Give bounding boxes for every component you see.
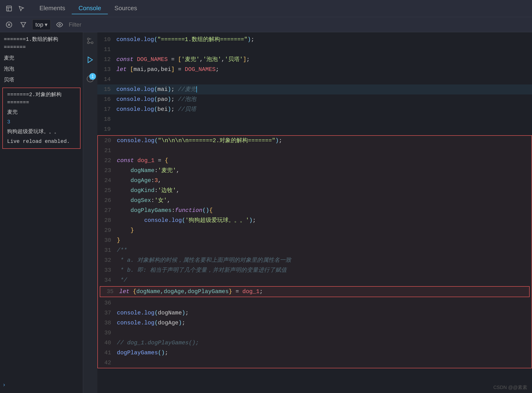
console-entry-dog-age: 3: [5, 117, 78, 127]
code-line-38: 38 console.log(dogAge);: [98, 318, 532, 328]
line-content: dogKind:'边牧',: [117, 186, 532, 196]
filter-input[interactable]: [69, 21, 528, 28]
code-line-37: 37 console.log(dogName);: [98, 308, 532, 318]
breakpoint-container: 1: [86, 75, 94, 84]
tab-elements[interactable]: Elements: [33, 3, 72, 14]
line-number: 28: [98, 216, 117, 226]
clear-console-button[interactable]: [4, 20, 14, 30]
code-line-27: 27 dogPlayGames:function(){: [98, 206, 532, 216]
code-line-20: 20 console.log("\n\n\n\n=======2.对象的解构==…: [98, 136, 532, 146]
line-number: 32: [98, 255, 117, 265]
line-content: }: [117, 236, 532, 246]
code-area: 10 console.log("=======1.数组的解构=======");…: [97, 32, 532, 372]
svg-point-10: [87, 42, 89, 44]
line-number: 42: [98, 358, 117, 368]
line-number: 36: [98, 298, 117, 308]
breakpoint-badge: 1: [89, 73, 96, 80]
line-number: 39: [98, 328, 117, 338]
line-content: }: [117, 226, 532, 236]
tab-console[interactable]: Console: [72, 3, 108, 14]
line-number: 19: [97, 124, 116, 134]
line-content: [116, 114, 532, 124]
code-line-29: 29 }: [98, 226, 532, 236]
code-line-22: 22 const dog_1 = {: [98, 156, 532, 166]
line-number: 37: [98, 308, 117, 318]
line-number: 16: [97, 94, 116, 104]
line-number: 25: [98, 186, 117, 196]
code-line-39: 39: [98, 328, 532, 338]
svg-marker-6: [21, 22, 26, 27]
line-content: console.log("=======1.数组的解构=======");: [116, 35, 532, 45]
console-entry: 麦兜: [0, 53, 83, 64]
line-number: 41: [98, 348, 117, 358]
line-content: console.log(dogAge);: [117, 318, 532, 328]
code-line-28: 28 console.log('狗狗超级爱玩球。。。');: [98, 216, 532, 226]
line-number: 11: [97, 45, 116, 54]
line-content: [117, 328, 532, 338]
console-section2-header: =======2.对象的解构=======: [5, 90, 78, 108]
code-highlight-box-inner: 35 let {dogName,dogAge,dogPlayGames} = d…: [100, 286, 530, 297]
code-line-31: 31 /**: [98, 246, 532, 255]
line-number: 12: [97, 54, 116, 64]
code-highlight-box-outer: 20 console.log("\n\n\n\n=======2.对象的解构==…: [97, 135, 532, 368]
line-content: [117, 146, 532, 156]
tab-sources[interactable]: Sources: [108, 3, 144, 14]
console-toolbar: top ▾: [0, 17, 532, 32]
svg-point-9: [87, 38, 89, 40]
line-number: 17: [97, 104, 116, 114]
svg-point-7: [59, 24, 60, 25]
code-line-41: 41 dogPlayGames();: [98, 348, 532, 358]
line-content: */: [117, 275, 532, 285]
svg-marker-14: [88, 57, 93, 63]
context-selector[interactable]: top ▾: [32, 20, 51, 30]
code-line-11: 11: [97, 45, 532, 54]
code-line-21: 21: [98, 146, 532, 156]
code-line-30: 30 }: [98, 236, 532, 246]
line-content: console.log("\n\n\n\n=======2.对象的解构=====…: [117, 136, 532, 146]
code-line-26: 26 dogSex:'女',: [98, 196, 532, 206]
line-number: 38: [98, 318, 117, 328]
code-line-25: 25 dogKind:'边牧',: [98, 186, 532, 196]
line-number: 18: [97, 114, 116, 124]
play-icon[interactable]: [86, 56, 94, 65]
filter-button[interactable]: [18, 20, 29, 30]
line-number: 29: [98, 226, 117, 236]
line-content: [117, 358, 532, 368]
eye-icon[interactable]: [54, 20, 65, 30]
line-number: 20: [98, 136, 117, 146]
line-number: 14: [97, 74, 116, 84]
line-content: [117, 298, 532, 308]
context-label: top: [35, 21, 43, 28]
tab-bar: Elements Console Sources: [0, 0, 532, 17]
line-content: dogAge:3,: [117, 176, 532, 186]
cursor-icon[interactable]: [17, 4, 26, 13]
line-content: console.log(bei); //贝塔: [116, 104, 532, 114]
line-number: 40: [98, 338, 117, 348]
line-content: [116, 124, 532, 134]
svg-point-8: [91, 42, 93, 44]
line-content: const dog_1 = {: [117, 156, 532, 166]
devtools-icons: [5, 4, 26, 13]
line-content: * a. 对象解构的时候，属性名要和上面声明的对象里的属性名一致: [117, 255, 532, 265]
line-content: console.log(mai); //麦兜: [116, 84, 532, 94]
line-content: let [mai,pao,bei] = DOG_NAMES;: [116, 64, 532, 74]
line-content: const DOG_NAMES = ['麦兜','泡泡','贝塔'];: [116, 54, 532, 64]
console-entry-live-reload: Live reload enabled.: [5, 137, 78, 147]
line-number: 21: [98, 146, 117, 156]
line-content: * b. 即: 相当于声明了几个变量，并对新声明的变量进行了赋值: [117, 265, 532, 275]
inspect-icon[interactable]: [5, 4, 13, 13]
code-line-24: 24 dogAge:3,: [98, 176, 532, 186]
console-entry: 泡泡: [0, 64, 83, 75]
console-entry: 贝塔: [0, 75, 83, 86]
code-line-23: 23 dogName:'麦兜',: [98, 166, 532, 176]
code-line-33: 33 * b. 即: 相当于声明了几个变量，并对新声明的变量进行了赋值: [98, 265, 532, 275]
line-content: dogName:'麦兜',: [117, 166, 532, 176]
git-icon[interactable]: [86, 37, 94, 47]
console-section1-header: =======1.数组的解构=======: [0, 34, 83, 53]
console-section2-box: =======2.对象的解构======= 麦兜 3 狗狗超级爱玩球。。。 Li…: [2, 88, 80, 149]
code-line-42: 42: [98, 358, 532, 368]
line-number: 33: [98, 265, 117, 275]
line-content: [116, 45, 532, 54]
code-line-10: 10 console.log("=======1.数组的解构=======");: [97, 35, 532, 45]
code-line-35: 35 let {dogName,dogAge,dogPlayGames} = d…: [100, 287, 529, 297]
